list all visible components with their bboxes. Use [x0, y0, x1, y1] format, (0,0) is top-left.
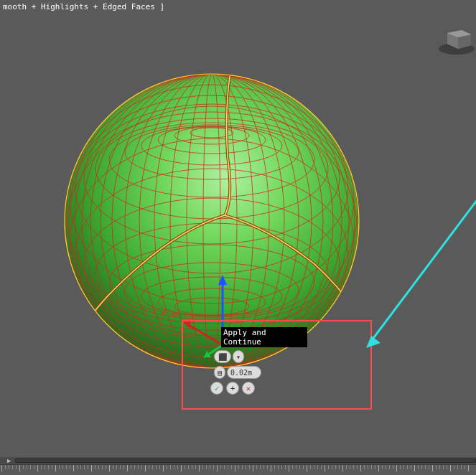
annotation-rectangle: [182, 320, 372, 410]
timeline-ruler[interactable]: [0, 464, 476, 475]
timeline[interactable]: ▶: [0, 457, 476, 475]
viewport[interactable]: Apply and Continue ⬛ ▾ ▤ 0.02m ✓ +: [0, 13, 476, 457]
svg-line-47: [370, 199, 476, 343]
viewport-label: mooth + Highlights + Edged Faces ]: [0, 0, 476, 14]
timeline-track[interactable]: [15, 458, 476, 463]
play-icon[interactable]: ▶: [7, 457, 11, 464]
viewcube-widget[interactable]: [437, 20, 476, 56]
